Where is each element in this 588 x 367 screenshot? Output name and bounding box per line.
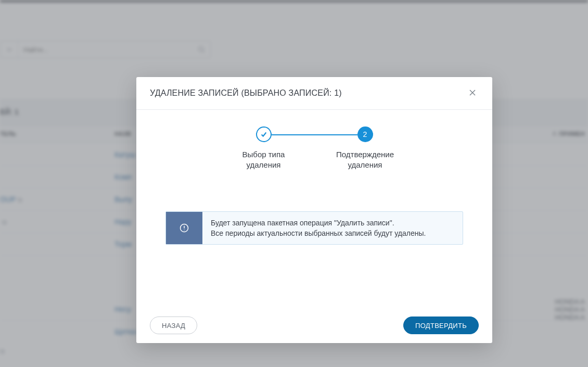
- modal-footer: НАЗАД ПОДТВЕРДИТЬ: [136, 308, 492, 343]
- modal-header: УДАЛЕНИЕ ЗАПИСЕЙ (ВЫБРАНО ЗАПИСЕЙ: 1): [136, 77, 492, 110]
- back-button[interactable]: НАЗАД: [150, 317, 197, 334]
- info-line-2: Все периоды актуальности выбранных запис…: [211, 228, 454, 238]
- step-2-label: Подтверждение удаления: [326, 149, 404, 171]
- delete-records-modal: УДАЛЕНИЕ ЗАПИСЕЙ (ВЫБРАНО ЗАПИСЕЙ: 1) Вы…: [136, 77, 492, 343]
- info-icon: [166, 212, 202, 245]
- step-2: 2 Подтверждение удаления: [321, 126, 410, 171]
- stepper: Выбор типа удаления 2 Подтверждение удал…: [150, 126, 479, 171]
- step-1-label: Выбор типа удаления: [225, 149, 303, 171]
- check-icon: [256, 126, 272, 142]
- modal-body: Выбор типа удаления 2 Подтверждение удал…: [136, 110, 492, 308]
- close-icon: [468, 88, 477, 98]
- info-banner: Будет запущена пакетная операция "Удалит…: [165, 211, 463, 245]
- info-text: Будет запущена пакетная операция "Удалит…: [202, 212, 463, 245]
- confirm-button[interactable]: ПОДТВЕРДИТЬ: [403, 317, 479, 334]
- step-2-number: 2: [357, 126, 373, 142]
- step-1: Выбор типа удаления: [220, 126, 308, 171]
- close-button[interactable]: [466, 87, 479, 99]
- modal-title: УДАЛЕНИЕ ЗАПИСЕЙ (ВЫБРАНО ЗАПИСЕЙ: 1): [150, 88, 342, 98]
- svg-point-7: [184, 230, 184, 230]
- info-line-1: Будет запущена пакетная операция "Удалит…: [211, 218, 454, 228]
